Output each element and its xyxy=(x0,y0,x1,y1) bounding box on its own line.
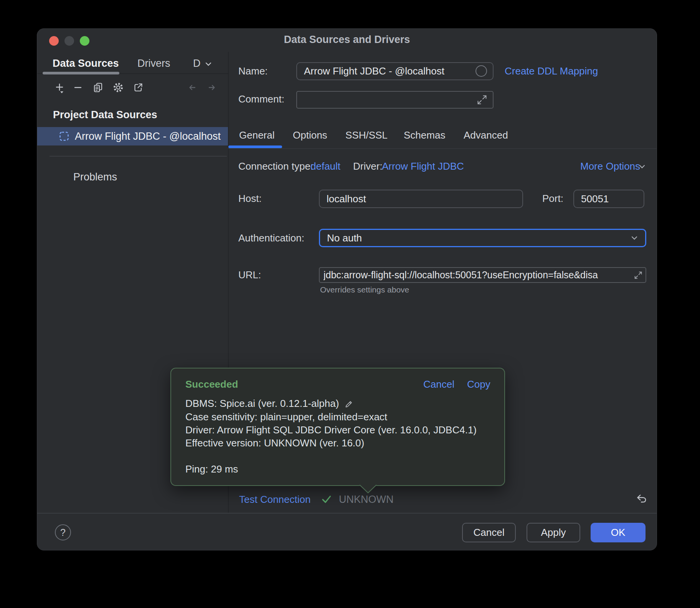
ok-button[interactable]: OK xyxy=(591,523,646,542)
name-label: Name: xyxy=(238,65,268,77)
tab-general[interactable]: General xyxy=(239,129,275,141)
apply-button[interactable]: Apply xyxy=(527,523,580,542)
project-data-sources-header: Project Data Sources xyxy=(53,109,157,121)
tabs-divider xyxy=(228,148,657,149)
url-input[interactable] xyxy=(319,267,646,283)
undo-icon[interactable] xyxy=(635,493,647,505)
cancel-button[interactable]: Cancel xyxy=(462,523,516,542)
authentication-label: Authentication: xyxy=(238,232,304,244)
driver-version-line: Driver: Arrow Flight SQL JDBC Driver Cor… xyxy=(185,424,477,436)
ping-line: Ping: 29 ms xyxy=(185,463,238,475)
expand-comment-icon[interactable] xyxy=(476,94,488,106)
connection-type-label: Connection type: xyxy=(238,160,313,172)
url-label: URL: xyxy=(238,269,261,281)
connection-type-value-link[interactable]: default xyxy=(310,160,340,172)
tab-schemas[interactable]: Schemas xyxy=(404,129,445,141)
gear-icon[interactable] xyxy=(112,81,124,94)
status-succeeded: Succeeded xyxy=(185,378,238,390)
sidebar-separator xyxy=(50,156,227,157)
progress-circle-icon xyxy=(475,65,487,77)
sidebar-item-problems[interactable]: Problems xyxy=(73,171,117,183)
footer-divider xyxy=(37,513,657,514)
expand-url-icon[interactable] xyxy=(634,271,643,280)
name-input[interactable] xyxy=(296,62,494,80)
open-in-new-window-icon[interactable] xyxy=(132,81,144,94)
tab-ssh-ssl[interactable]: SSH/SSL xyxy=(345,129,388,141)
test-connection-result-popup: Succeeded Cancel Copy DBMS: Spice.ai (ve… xyxy=(170,368,505,486)
tab-data-sources[interactable]: Data Sources xyxy=(53,57,119,69)
active-tab-indicator xyxy=(43,72,119,74)
authentication-selected-value: No auth xyxy=(327,230,362,246)
success-check-icon xyxy=(320,493,333,506)
add-data-source-button[interactable] xyxy=(54,81,65,94)
help-button[interactable]: ? xyxy=(55,524,71,540)
tab-advanced[interactable]: Advanced xyxy=(464,129,508,141)
host-input[interactable] xyxy=(319,190,523,208)
tab-options[interactable]: Options xyxy=(293,129,327,141)
tab-drivers[interactable]: Drivers xyxy=(137,57,170,69)
test-connection-link[interactable]: Test Connection xyxy=(239,494,310,505)
effective-version-line: Effective version: UNKNOWN (ver. 16.0) xyxy=(185,437,364,449)
test-result-text: UNKNOWN xyxy=(339,494,394,505)
data-sources-dialog: Data Sources and Drivers Data Sources Dr… xyxy=(37,28,657,550)
edit-dbms-pencil-icon[interactable] xyxy=(345,398,355,408)
url-hint: Overrides settings above xyxy=(320,285,409,294)
duplicate-button[interactable] xyxy=(92,81,104,94)
remove-data-source-button[interactable] xyxy=(72,81,84,94)
comment-input[interactable] xyxy=(296,91,494,109)
forward-arrow-icon[interactable] xyxy=(206,81,218,94)
port-label: Port: xyxy=(542,193,563,204)
popup-copy-link[interactable]: Copy xyxy=(467,378,490,390)
create-ddl-mapping-link[interactable]: Create DDL Mapping xyxy=(505,65,598,77)
back-arrow-icon[interactable] xyxy=(187,81,198,94)
authentication-select[interactable]: No auth xyxy=(319,229,646,247)
window-title: Data Sources and Drivers xyxy=(37,33,657,46)
data-source-item-label: Arrow Flight JDBC - @localhost xyxy=(75,131,221,142)
screen: Data Sources and Drivers Data Sources Dr… xyxy=(0,0,700,608)
driver-label: Driver: xyxy=(353,160,383,172)
popup-callout-arrow xyxy=(359,485,377,495)
dbms-line: DBMS: Spice.ai (ver. 0.12.1-alpha) xyxy=(185,398,339,409)
popup-cancel-link[interactable]: Cancel xyxy=(423,378,454,390)
driver-value-link[interactable]: Arrow Flight JDBC xyxy=(382,160,464,172)
tab-overflow-chevron-icon[interactable] xyxy=(204,59,213,69)
data-source-list-item[interactable]: Arrow Flight JDBC - @localhost xyxy=(37,127,228,145)
arrow-flight-datasource-icon xyxy=(59,131,69,142)
more-options-chevron-icon[interactable] xyxy=(637,162,647,171)
port-input[interactable] xyxy=(573,190,644,208)
more-options-link[interactable]: More Options xyxy=(580,160,640,172)
comment-label: Comment: xyxy=(238,93,284,105)
tab-ddl-truncated[interactable]: D xyxy=(193,57,202,69)
chevron-down-icon xyxy=(630,233,639,243)
host-label: Host: xyxy=(238,193,262,204)
active-form-tab-indicator xyxy=(228,145,282,148)
case-sensitivity-line: Case sensitivity: plain=upper, delimited… xyxy=(185,411,387,423)
